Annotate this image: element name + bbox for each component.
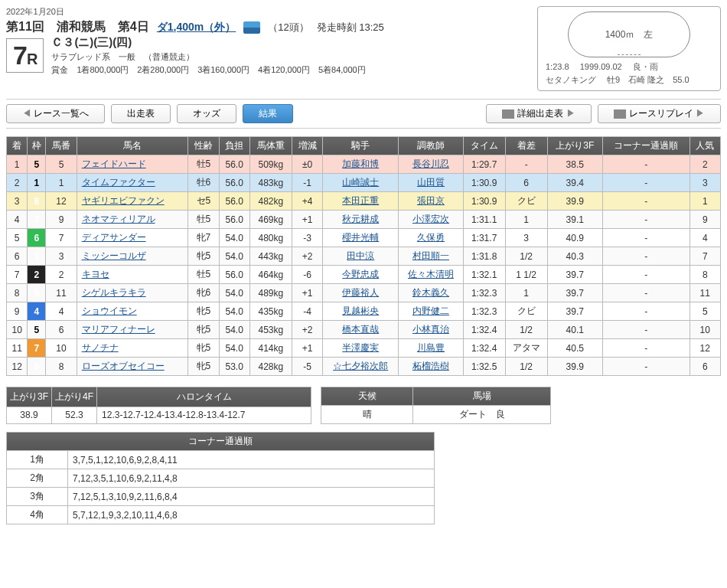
cell-num: 7 [46,229,77,247]
distance-link[interactable]: ダ1,400m（外） [157,21,236,34]
horse-link[interactable]: タイムファクター [82,177,155,188]
prize-money: 賞金 1着800,000円 2着280,000円 3着160,000円 4着12… [51,64,365,76]
jockey-link[interactable]: ☆七夕裕次郎 [333,361,388,371]
cell-margin: 1/2 [505,247,547,266]
cell-bodyw: 414kg [249,339,292,358]
col-num: 馬番 [46,137,77,155]
trainer-link[interactable]: 佐々木清明 [408,269,454,279]
cell-bodyw: 443kg [249,247,292,266]
cell-weight: 56.0 [219,192,249,211]
cell-diff: +2 [292,321,322,339]
cell-jockey: 橋本直哉 [323,321,399,339]
cell-last3f: 39.9 [547,192,602,211]
jockey-link[interactable]: 今野忠成 [342,269,379,279]
horse-link[interactable]: ネオマティリアル [82,214,155,224]
entries-tab[interactable]: 出走表 [111,104,171,123]
horse-link[interactable]: キヨセ [82,269,109,279]
cell-margin: 3 [505,229,547,247]
cell-pop: 5 [690,302,720,321]
jockey-link[interactable]: 櫻井光輔 [342,232,379,243]
result-tab[interactable]: 結果 [243,104,293,123]
cell-corner: - [602,321,690,339]
table-row: 567ディアサンダー牝754.0480kg-3櫻井光輔久保勇1:31.7340.… [7,229,721,247]
jockey-link[interactable]: 橋本直哉 [342,324,379,335]
trainer-link[interactable]: 川島豊 [417,342,445,353]
cell-time: 1:32.5 [463,358,505,376]
horse-link[interactable]: ミッシーコルザ [82,250,146,261]
trainer-link[interactable]: 小林真治 [412,324,449,335]
jockey-link[interactable]: 山崎誠士 [342,177,379,188]
cell-jockey: 今野忠成 [323,266,399,284]
jockey-link[interactable]: 伊藤裕人 [342,287,379,298]
track-diagram: 1400ｍ 左 [568,11,690,57]
cell-weight: 54.0 [219,321,249,339]
cell-pop: 8 [690,266,720,284]
cell-diff: +2 [292,247,322,266]
chevron-right-icon: ▶ [693,108,705,119]
trainer-link[interactable]: 鈴木義久 [412,287,449,298]
horse-link[interactable]: ショウイモン [82,305,137,316]
cell-corner: - [602,358,690,376]
cell-sexage: 牡6 [188,174,219,192]
cell-time: 1:30.9 [463,192,505,211]
col-trainer: 調教師 [399,137,463,155]
track-condition-icon [243,21,260,34]
cell-waku: 4 [28,302,46,321]
pace-table: 上がり3F 上がり4F ハロンタイム 38.9 52.3 12.3-12.7-1… [6,387,311,424]
cell-place: 8 [7,284,28,302]
trainer-link[interactable]: 久保勇 [417,232,445,243]
cell-place: 5 [7,229,28,247]
back-button[interactable]: ◀ レース一覧へ [6,104,105,123]
trainer-link[interactable]: 内野健二 [412,305,449,316]
cell-num: 6 [46,321,77,339]
jockey-link[interactable]: 見越彬央 [342,305,379,316]
trainer-link[interactable]: 張田京 [417,195,445,206]
jockey-link[interactable]: 田中涼 [347,250,374,261]
record-condition: 良・雨 [633,62,658,71]
horse-link[interactable]: ヤギリエビファクン [82,195,165,206]
trainer-link[interactable]: 山田質 [417,177,445,188]
col-bodyw: 馬体重 [249,137,292,155]
cell-trainer: 長谷川忍 [399,155,463,174]
col-diff: 増減 [292,137,322,155]
corner-order: 7,12,5,1,3,10,9,2,11,6,8,4 [68,488,435,506]
cell-trainer: 柘榴浩樹 [399,358,463,376]
horse-link[interactable]: ディアサンダー [82,232,146,243]
trainer-link[interactable]: 柘榴浩樹 [412,361,449,371]
nav-tabs: ◀ レース一覧へ 出走表 オッズ 結果 詳細出走表 ▶ レースリプレイ ▶ [6,99,721,129]
cell-num: 12 [46,192,77,211]
cell-last3f: 40.9 [547,229,602,247]
detail-entries-button[interactable]: 詳細出走表 ▶ [486,104,591,123]
cell-num: 10 [46,339,77,358]
cell-num: 9 [46,211,77,229]
horse-link[interactable]: シゲルキラキラ [82,287,146,298]
cell-sexage: 牝5 [188,302,219,321]
cell-weight: 53.0 [219,358,249,376]
cell-pop: 3 [690,174,720,192]
replay-button[interactable]: レースリプレイ ▶ [598,104,721,123]
horse-link[interactable]: ローズオブセイコー [82,361,165,371]
cell-sexage: 牝7 [188,229,219,247]
cell-sexage: 牝5 [188,321,219,339]
jockey-link[interactable]: 本田正重 [342,195,379,206]
cell-place: 2 [7,174,28,192]
trainer-link[interactable]: 村田順一 [412,250,449,261]
cell-jockey: 山崎誠士 [323,174,399,192]
jockey-link[interactable]: 秋元耕成 [342,214,379,224]
cell-waku: 7 [28,211,46,229]
cell-time: 1:30.9 [463,174,505,192]
jockey-link[interactable]: 加藤和博 [342,158,379,169]
horse-link[interactable]: サノチナ [82,342,119,353]
cell-place: 11 [7,339,28,358]
col-jockey: 騎手 [323,137,399,155]
trainer-link[interactable]: 小澤宏次 [412,214,449,224]
horse-link[interactable]: マリアフィナーレ [82,324,155,335]
col-corner: コーナー通過順 [602,137,690,155]
cell-diff: -3 [292,229,322,247]
trainer-link[interactable]: 長谷川忍 [412,158,449,169]
cell-weight: 54.0 [219,302,249,321]
jockey-link[interactable]: 半澤慶実 [342,342,379,353]
odds-tab[interactable]: オッズ [177,104,236,123]
horse-link[interactable]: フェイドハード [82,158,146,169]
cell-corner: - [602,211,690,229]
